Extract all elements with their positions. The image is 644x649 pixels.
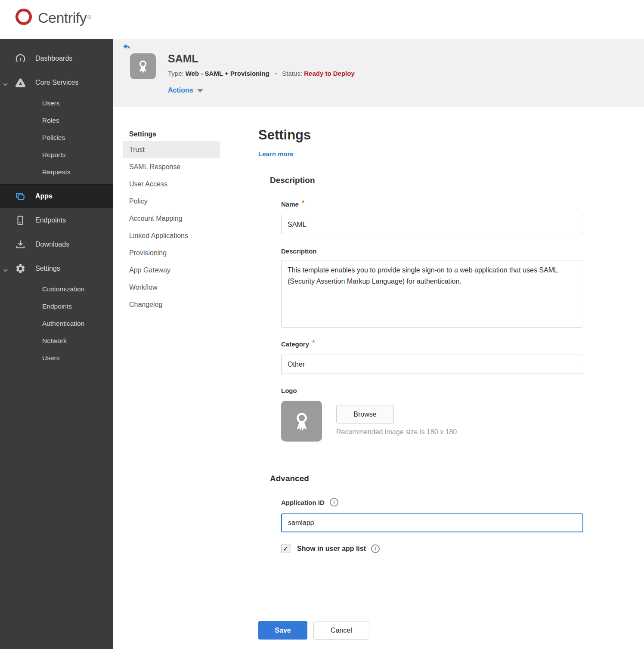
info-circle-icon[interactable]: i — [371, 544, 380, 553]
required-asterisk: * — [312, 339, 315, 347]
sidebar-item-customization[interactable]: Customization — [0, 281, 113, 298]
cancel-button[interactable]: Cancel — [313, 621, 369, 640]
app-meta: Type: Web - SAML + Provisioning • Status… — [168, 70, 355, 77]
subnav-item-app-gateway[interactable]: App Gateway — [123, 262, 220, 279]
app-header-band: SAML Type: Web - SAML + Provisioning • S… — [113, 39, 644, 107]
show-in-app-list-label: Show in user app list i — [297, 544, 380, 553]
subnav-heading: Settings — [123, 127, 220, 141]
name-input[interactable] — [281, 215, 583, 234]
category-label: Category * — [281, 340, 315, 348]
type-value: Web - SAML + Provisioning — [186, 70, 269, 77]
subnav-item-saml-response[interactable]: SAML Response — [123, 158, 220, 176]
subnav-item-account-mapping[interactable]: Account Mapping — [123, 210, 220, 227]
sidebar-item-apps[interactable]: Apps — [0, 184, 113, 208]
subnav-item-linked-applications[interactable]: Linked Applications — [123, 227, 220, 244]
sidebar: Dashboards Core Services Users Roles Pol… — [0, 39, 113, 649]
subnav-item-user-access[interactable]: User Access — [123, 176, 220, 193]
description-textarea[interactable]: This template enables you to provide sin… — [281, 260, 583, 328]
app-title: SAML — [168, 53, 198, 65]
sidebar-item-reports[interactable]: Reports — [0, 146, 113, 164]
brand-name: Centrify — [38, 9, 87, 26]
sidebar-item-dashboards[interactable]: Dashboards — [0, 46, 113, 71]
caret-down-icon — [197, 89, 203, 93]
subnav-item-changelog[interactable]: Changelog — [123, 296, 220, 313]
top-bar: Centrify ® — [0, 0, 644, 39]
page-title: Settings — [258, 127, 311, 143]
sidebar-item-policies[interactable]: Policies — [0, 129, 113, 146]
logo-label: Logo — [281, 387, 297, 394]
centrify-swirl-icon — [13, 6, 34, 29]
sidebar-item-settings[interactable]: Settings — [0, 257, 113, 281]
chevron-down-icon — [3, 266, 8, 274]
ribbon-award-icon — [130, 53, 156, 79]
brand-trademark: ® — [87, 15, 91, 21]
gauge-icon — [15, 53, 26, 64]
back-button[interactable] — [122, 42, 131, 52]
brand: Centrify ® — [13, 6, 91, 29]
page: Centrify ® Dashboards Core Services User… — [0, 0, 644, 649]
triangle-network-icon — [15, 77, 26, 88]
chevron-down-icon — [3, 80, 8, 88]
status-label: Status: — [282, 70, 302, 77]
application-id-input[interactable] — [281, 513, 583, 532]
meta-separator: • — [275, 70, 277, 77]
logo-recommendation: Recommended image size is 180 x 180 — [336, 428, 457, 436]
sidebar-item-endpoints[interactable]: Endpoints — [0, 208, 113, 232]
sidebar-item-settings-users[interactable]: Users — [0, 349, 113, 367]
description-section-heading: Description — [270, 176, 315, 185]
subnav-item-workflow[interactable]: Workflow — [123, 279, 220, 296]
name-label: Name * — [281, 201, 304, 208]
sidebar-item-downloads[interactable]: Downloads — [0, 232, 113, 257]
learn-more-link[interactable]: Learn more — [258, 150, 294, 158]
subnav-item-policy[interactable]: Policy — [123, 193, 220, 210]
application-id-label: Application ID i — [281, 498, 338, 507]
app-subnav: Settings Trust SAML Response User Access… — [123, 127, 220, 313]
download-icon — [15, 239, 26, 250]
sidebar-item-core-services[interactable]: Core Services — [0, 71, 113, 95]
status-value: Ready to Deploy — [304, 70, 355, 77]
content-divider — [237, 129, 237, 605]
category-input[interactable] — [281, 355, 583, 374]
required-asterisk: * — [302, 199, 305, 207]
sidebar-item-settings-endpoints[interactable]: Endpoints — [0, 298, 113, 315]
type-label: Type: — [168, 70, 184, 77]
sidebar-item-roles[interactable]: Roles — [0, 112, 113, 129]
sidebar-item-requests[interactable]: Requests — [0, 164, 113, 181]
smartphone-icon — [15, 215, 26, 226]
show-in-app-list-checkbox[interactable]: ✓ — [281, 544, 290, 553]
ribbon-award-icon — [290, 409, 314, 433]
app-logo-preview — [281, 401, 322, 442]
sidebar-item-users[interactable]: Users — [0, 95, 113, 112]
stacked-windows-icon — [15, 191, 26, 202]
sidebar-item-authentication[interactable]: Authentication — [0, 315, 113, 332]
browse-button[interactable]: Browse — [336, 405, 394, 423]
description-label: Description — [281, 247, 317, 255]
subnav-item-provisioning[interactable]: Provisioning — [123, 244, 220, 262]
advanced-section-heading: Advanced — [270, 474, 309, 483]
subnav-item-trust[interactable]: Trust — [123, 141, 220, 158]
save-button[interactable]: Save — [258, 621, 307, 640]
actions-button[interactable]: Actions — [168, 87, 203, 94]
info-circle-icon[interactable]: i — [330, 498, 338, 507]
gear-icon — [15, 263, 26, 274]
sidebar-item-network[interactable]: Network — [0, 332, 113, 349]
